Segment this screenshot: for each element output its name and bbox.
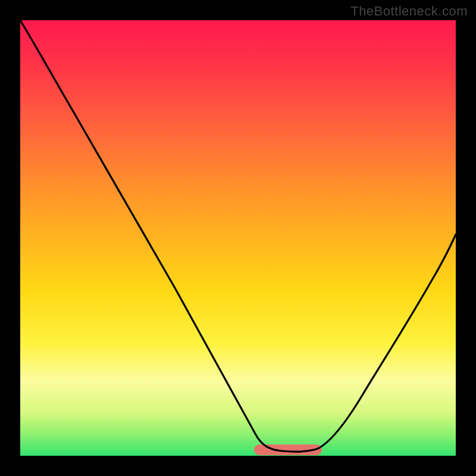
plot-area xyxy=(20,20,456,456)
watermark-text: TheBottleneck.com xyxy=(350,4,468,19)
chart-frame: TheBottleneck.com xyxy=(0,0,476,476)
bottleneck-curve-svg xyxy=(20,20,456,456)
bottleneck-curve xyxy=(20,20,456,452)
